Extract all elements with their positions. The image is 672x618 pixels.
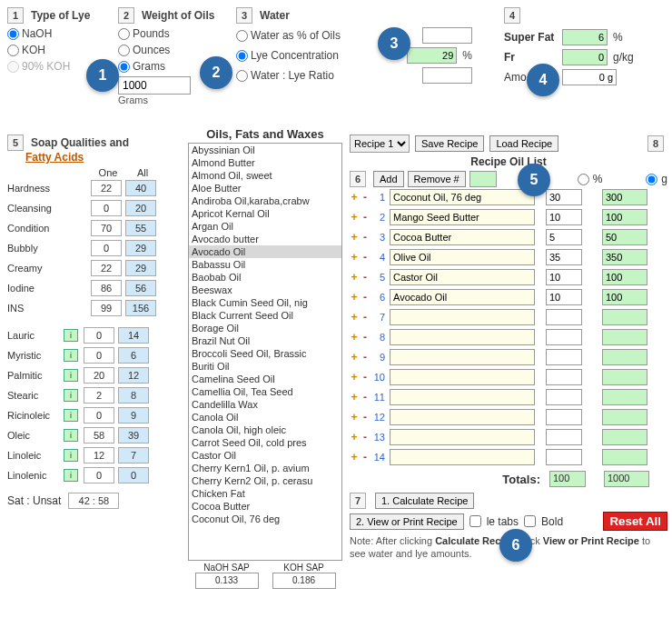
oils-list[interactable]: Abyssinian OilAlmond ButterAlmond Oil, s… (188, 143, 342, 561)
recipe-oil-name[interactable] (390, 209, 535, 225)
recipe-oil-name[interactable] (390, 229, 535, 245)
oil-list-item[interactable]: Aloe Butter (189, 182, 341, 194)
recipe-oil-name[interactable] (390, 409, 535, 425)
recipe-oil-name[interactable] (390, 189, 535, 205)
oil-list-item[interactable]: Buriti Oil (189, 360, 341, 373)
decrease-icon[interactable]: - (361, 251, 370, 264)
recipe-oil-gram[interactable] (602, 229, 647, 245)
recipe-oil-gram[interactable] (602, 369, 647, 385)
recipe-select[interactable]: Recipe 1 (350, 135, 410, 153)
increase-icon[interactable]: + (350, 311, 359, 324)
lye-conc-input[interactable] (407, 47, 457, 64)
recipe-oil-name[interactable] (390, 329, 535, 345)
increase-icon[interactable]: + (350, 271, 359, 284)
decrease-icon[interactable]: - (361, 351, 370, 364)
increase-icon[interactable]: + (350, 351, 359, 364)
oil-list-item[interactable]: Carrot Seed Oil, cold pres (189, 436, 341, 449)
recipe-oil-gram[interactable] (602, 409, 647, 425)
recipe-oil-pct[interactable] (546, 389, 582, 405)
decrease-icon[interactable]: - (361, 451, 370, 464)
oil-list-item[interactable]: Camellia Oil, Tea Seed (189, 385, 341, 398)
oil-list-item[interactable]: Castor Oil (189, 449, 341, 462)
fragrance-input[interactable] (562, 49, 608, 65)
increase-icon[interactable]: + (350, 371, 359, 384)
oil-list-item[interactable]: Canola Oil, high oleic (189, 424, 341, 436)
oil-list-item[interactable]: Andiroba Oil,karaba,crabw (189, 194, 341, 207)
recipe-oil-gram[interactable] (602, 189, 647, 205)
oil-list-item[interactable]: Coconut Oil, 76 deg (189, 513, 341, 525)
increase-icon[interactable]: + (350, 451, 359, 464)
bold-checkbox[interactable] (524, 515, 536, 527)
radio-pounds[interactable]: Pounds (118, 27, 227, 40)
oil-list-item[interactable]: Avocado Oil (189, 245, 341, 258)
reset-all-button[interactable]: Reset All (603, 512, 667, 531)
recipe-oil-pct[interactable] (546, 329, 582, 345)
recipe-oil-name[interactable] (390, 449, 535, 465)
info-icon[interactable]: i (64, 329, 78, 342)
oil-list-item[interactable]: Cherry Kern1 Oil, p. avium (189, 462, 341, 474)
radio-koh[interactable]: KOH (7, 44, 116, 56)
decrease-icon[interactable]: - (361, 271, 370, 284)
recipe-oil-gram[interactable] (602, 389, 647, 405)
oil-list-item[interactable]: Baobab Oil (189, 271, 341, 284)
recipe-oil-name[interactable] (390, 369, 535, 385)
decrease-icon[interactable]: - (361, 191, 370, 204)
increase-icon[interactable]: + (350, 411, 359, 424)
oil-list-item[interactable]: Cherry Kern2 Oil, p. cerasu (189, 474, 341, 487)
oil-list-item[interactable]: Black Current Seed Oil (189, 309, 341, 322)
oil-list-item[interactable]: Babassu Oil (189, 258, 341, 271)
recipe-oil-gram[interactable] (602, 329, 647, 345)
recipe-oil-pct[interactable] (546, 249, 582, 265)
recipe-oil-name[interactable] (390, 349, 535, 365)
gram-radio[interactable] (646, 174, 657, 185)
oil-list-item[interactable]: Argan Oil (189, 220, 341, 233)
weight-input[interactable] (118, 76, 191, 95)
oil-list-item[interactable]: Almond Oil, sweet (189, 169, 341, 182)
fatty-acids-link[interactable]: Fatty Acids (25, 151, 84, 164)
oil-list-item[interactable]: Camelina Seed Oil (189, 373, 341, 385)
oil-list-item[interactable]: Beeswax (189, 284, 341, 296)
recipe-oil-gram[interactable] (602, 249, 647, 265)
radio-water-lye-ratio[interactable]: Water : Lye Ratio (236, 67, 472, 84)
increase-icon[interactable]: + (350, 291, 359, 304)
oil-list-item[interactable]: Avocado butter (189, 233, 341, 245)
recipe-oil-name[interactable] (390, 249, 535, 265)
decrease-icon[interactable]: - (361, 371, 370, 384)
add-oil-button[interactable]: Add (373, 171, 404, 187)
recipe-oil-name[interactable] (390, 389, 535, 405)
oil-list-item[interactable]: Apricot Kernal Oil (189, 207, 341, 220)
recipe-oil-name[interactable] (390, 289, 535, 305)
water-pct-input[interactable] (422, 27, 472, 44)
recipe-oil-pct[interactable] (546, 309, 582, 325)
pct-radio[interactable] (578, 174, 589, 185)
recipe-oil-pct[interactable] (546, 369, 582, 385)
oil-list-item[interactable]: Chicken Fat (189, 487, 341, 500)
save-recipe-button[interactable]: Save Recipe (415, 135, 484, 152)
oil-list-item[interactable]: Broccoli Seed Oil, Brassic (189, 347, 341, 360)
recipe-oil-gram[interactable] (602, 449, 647, 465)
view-print-recipe-button[interactable]: 2. View or Print Recipe (350, 513, 464, 530)
superfat-input[interactable] (562, 29, 608, 45)
info-icon[interactable]: i (64, 369, 78, 382)
increase-icon[interactable]: + (350, 331, 359, 344)
radio-lye-concentration[interactable]: Lye Concentration% (236, 47, 472, 64)
decrease-icon[interactable]: - (361, 211, 370, 224)
recipe-oil-gram[interactable] (602, 289, 647, 305)
recipe-oil-gram[interactable] (602, 309, 647, 325)
decrease-icon[interactable]: - (361, 411, 370, 424)
oil-list-item[interactable]: Candelilla Wax (189, 398, 341, 411)
oil-list-item[interactable]: Borage Oil (189, 322, 341, 334)
radio-water-pct-oils[interactable]: Water as % of Oils (236, 27, 472, 44)
recipe-oil-pct[interactable] (546, 429, 582, 445)
recipe-oil-pct[interactable] (546, 409, 582, 425)
info-icon[interactable]: i (64, 469, 78, 482)
increase-icon[interactable]: + (350, 231, 359, 244)
recipe-oil-name[interactable] (390, 309, 535, 325)
increase-icon[interactable]: + (350, 191, 359, 204)
info-icon[interactable]: i (64, 429, 78, 442)
recipe-oil-pct[interactable] (546, 449, 582, 465)
recipe-oil-pct[interactable] (546, 289, 582, 305)
decrease-icon[interactable]: - (361, 391, 370, 404)
remove-oil-button[interactable]: Remove # (408, 171, 466, 187)
water-lye-ratio-input[interactable] (422, 67, 472, 84)
